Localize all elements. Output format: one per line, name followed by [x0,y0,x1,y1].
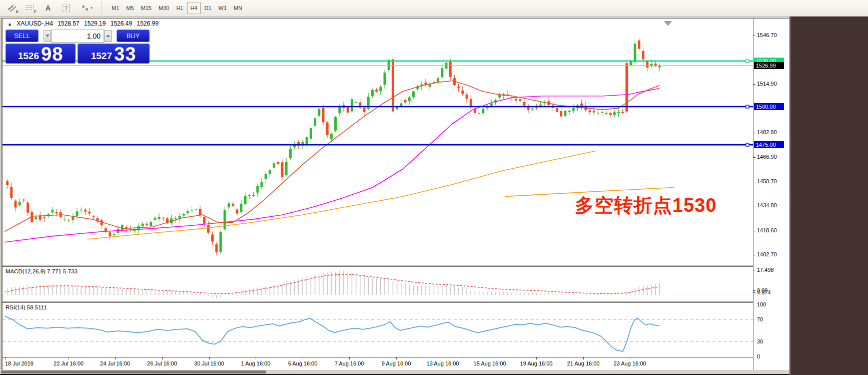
timeframe-button-w1[interactable]: W1 [216,2,230,14]
axis-tick [256,357,256,359]
close-value: 1526.99 [137,20,159,27]
axis-tick [753,231,755,231]
timeframe-button-mn[interactable]: MN [231,2,245,14]
time-axis-label: 18 Jul 2019 [5,360,34,366]
text-box-icon: T [63,5,70,12]
axis-tick [630,357,630,359]
text-label-icon: A [46,4,51,12]
timeframe-toolbar: M1M5M15M30H1H4D1W1MN [108,2,246,14]
time-axis-label: 15 Aug 16:00 [474,360,506,366]
timeframe-button-h1[interactable]: H1 [173,2,186,14]
channel-icon-sub: E [16,10,19,14]
axis-tick [753,206,755,206]
price-badge-1526.99: 1526.99 [754,62,784,69]
low-value: 1526.49 [111,20,132,27]
axis-tick [162,357,163,359]
price-axis-label: 1402.70 [757,251,777,257]
price-axis-label: 1482.80 [757,129,777,135]
high-value: 1529.19 [84,20,106,27]
axis-tick [396,357,397,359]
level-handle [746,143,749,146]
sell-price-small: 1526 [18,50,39,63]
volume-increase-button[interactable] [104,30,112,42]
axis-tick [443,357,443,359]
workspace-background [789,17,868,375]
macd-axis-label: 17.498 [757,267,774,273]
horizontal-scrollbar[interactable] [0,370,789,375]
rsi-axis-label: 30 [757,338,763,344]
text-label-tool-button[interactable]: A [39,1,57,15]
price-axis-label: 1450.70 [757,178,777,184]
macd-signal-line [5,274,659,294]
toolbar: E F A T ▾ M1M5M15M30H1H4D1W1MN [0,0,868,17]
timeframe-button-h4[interactable]: H4 [187,2,200,14]
axis-tick [753,133,755,133]
time-axis-label: 19 Aug 16:00 [520,360,553,366]
time-axis-label: 21 Aug 16:00 [567,360,600,366]
ma-slow-line [88,151,596,239]
equidistant-channel-tool-button[interactable]: E [3,1,21,15]
timeframe-button-m30[interactable]: M30 [156,2,172,14]
axis-tick [753,290,755,291]
text-box-tool-button[interactable]: T [57,1,75,15]
axis-tick [209,357,210,359]
volume-input[interactable] [51,30,104,43]
sell-price-box[interactable]: 1526 98 [6,44,76,64]
time-axis[interactable]: 18 Jul 201922 Jul 16:0024 Jul 16:0026 Ju… [3,357,753,370]
time-axis-label: 5 Aug 16:00 [288,360,318,366]
axis-tick [490,357,490,359]
timeframe-button-m15[interactable]: M15 [138,2,155,14]
timeframe-button-m1[interactable]: M1 [109,2,122,14]
price-badge-1475.00: 1475.00 [754,141,784,148]
timeframe-button-d1[interactable]: D1 [202,2,215,14]
macd-indicator-label: MACD(12,26,9) 7.771 5.733 [6,268,78,274]
scrollbar-thumb[interactable] [1,370,266,373]
level-handle [746,105,749,108]
time-axis-label: 13 Aug 16:00 [427,360,459,366]
ohlc-header: ▲ XAUUSD-,H4 1528.57 1529.19 1526.49 152… [8,20,162,27]
fibonacci-icon-sub: F [34,10,37,14]
arrows-tool-button[interactable]: ▾ [75,1,98,15]
sell-button[interactable]: SELL [6,30,39,42]
rsi-indicator-label: RSI(14) 58.5111 [6,304,47,310]
time-axis-label: 24 Jul 16:00 [100,360,130,366]
rsi-panel-plot[interactable] [3,303,753,357]
time-axis-label: 26 Jul 16:00 [147,360,177,366]
rsi-axis-label: 100 [757,301,766,307]
triangle-down-icon [46,35,50,37]
chart-annotation-text[interactable]: 多空转折点1530 [575,193,717,218]
timeframe-button-m5[interactable]: M5 [123,2,137,14]
rsi-axis-label: 70 [757,316,763,322]
rsi-axis-label: 0 [757,353,760,359]
axis-tick [753,255,755,255]
time-axis-label: 30 Jul 16:00 [194,360,224,366]
sell-price-big: 98 [41,46,63,63]
price-badge-1500.00: 1500.00 [754,103,784,110]
macd-panel-plot[interactable] [3,267,753,301]
price-axis-label: 1514.90 [757,81,777,87]
fibonacci-tool-button[interactable]: F [21,1,39,15]
buy-price-big: 33 [114,46,136,63]
level-handle [746,60,749,63]
time-axis-label: 9 Aug 16:00 [382,360,411,366]
buy-price-box[interactable]: 1527 33 [78,44,150,64]
buy-button[interactable]: BUY [117,30,150,42]
axis-tick [303,357,303,359]
volume-decrease-button[interactable] [44,30,51,42]
ma-fast-line [5,81,659,231]
axis-tick [753,157,755,158]
dropdown-caret-icon: ▾ [91,6,93,10]
axis-tick [753,182,755,182]
chart-shift-marker-icon[interactable] [664,21,672,26]
chart-window: 18 Jul 201922 Jul 16:0024 Jul 16:0026 Ju… [2,18,789,370]
symbol-label: XAUUSD-,H4 [17,20,53,27]
axis-tick [753,36,755,36]
collapse-panel-arrow-icon[interactable]: ▲ [8,22,12,27]
axis-tick [753,292,755,293]
axis-tick [753,270,755,270]
axis-tick [753,84,755,85]
mt4-terminal: E F A T ▾ M1M5M15M30H1H4D1W1MN [0,0,868,375]
time-axis-label: 1 Aug 16:00 [241,360,271,366]
arrows-icon [81,4,90,12]
price-axis[interactable]: 1546.701514.901482.801466.901450.701434.… [753,19,789,370]
